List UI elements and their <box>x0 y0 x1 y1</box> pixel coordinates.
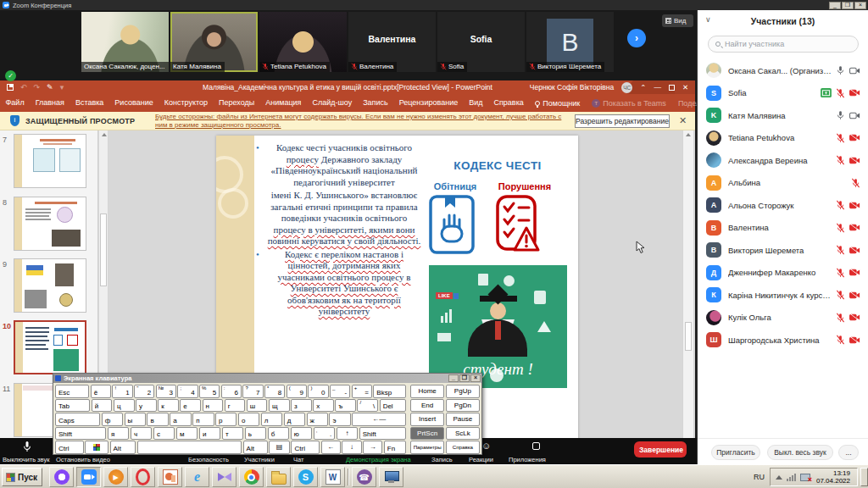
key-ч[interactable]: ч <box>131 427 152 441</box>
participant-row[interactable]: SSofia <box>698 82 868 105</box>
key-ScLk[interactable]: ScLk <box>446 427 480 441</box>
ribbon-tab-запись[interactable]: Запись <box>358 94 394 112</box>
key-Bksp[interactable]: Bksp <box>373 385 406 398</box>
osk-close-button[interactable]: × <box>470 374 481 382</box>
ppt-close-button[interactable]: ✕ <box>682 83 688 92</box>
participant-row[interactable]: ААльбина <box>698 172 868 195</box>
participant-row[interactable]: ВВалентина <box>698 217 868 240</box>
next-videos-button[interactable]: › <box>627 29 646 47</box>
taskbar-icon-skype[interactable]: S <box>293 467 318 487</box>
key-в[interactable]: в <box>147 413 168 426</box>
key-и[interactable]: и <box>199 427 220 441</box>
key-Shift[interactable]: Shift <box>55 427 106 441</box>
ppt-restore-button[interactable] <box>669 85 675 91</box>
ribbon-options-icon[interactable]: ⌃ <box>640 83 646 92</box>
taskbar-icon-zoom-app[interactable] <box>76 467 101 487</box>
ribbon-tab-вставка[interactable]: Вставка <box>70 94 108 112</box>
video-thumbnail[interactable]: Tetiana Petukhova <box>259 12 347 72</box>
minimize-button[interactable]: _ <box>829 2 841 9</box>
taskbar-icon-chrome[interactable] <box>239 467 264 487</box>
key-0[interactable]: )0 <box>308 385 328 398</box>
video-thumbnail[interactable]: ВалентинаВалентина <box>348 12 436 72</box>
osk-restore-button[interactable]: ❐ <box>459 374 470 382</box>
key-.[interactable]: ,. <box>314 427 335 441</box>
key-→[interactable]: → <box>363 441 382 454</box>
key-5[interactable]: %5 <box>199 385 220 398</box>
key-7[interactable]: ?7 <box>242 385 263 398</box>
undo-icon[interactable]: ↶ <box>20 83 27 92</box>
key-←—[interactable]: ←— <box>352 413 406 426</box>
key-ф[interactable]: ф <box>102 413 123 426</box>
taskbar-icon-media-player[interactable]: ▶ <box>103 467 128 487</box>
ribbon-tab-слайд-шоу[interactable]: Слайд-шоу <box>307 94 358 112</box>
key-т[interactable]: т <box>222 427 243 441</box>
ribbon-tab-главная[interactable]: Главная <box>30 94 70 112</box>
key-space[interactable] <box>137 441 242 454</box>
participant-row[interactable]: Tetiana Petukhova <box>698 127 868 150</box>
video-thumbnail[interactable]: Оксана Сакалюк, доцен... <box>81 12 169 72</box>
key-ь[interactable]: ь <box>245 427 266 441</box>
key-л[interactable]: л <box>261 413 282 426</box>
key-↑[interactable]: ↑ <box>337 427 358 441</box>
enable-editing-button[interactable]: Разрешить редактирование <box>575 114 670 128</box>
scroll-up-icon[interactable] <box>102 133 107 136</box>
key-э[interactable]: э <box>329 413 350 426</box>
ribbon-tab-рецензирование[interactable]: Рецензирование <box>393 94 464 112</box>
key-←[interactable]: ← <box>321 441 341 454</box>
key-о[interactable]: о <box>238 413 259 426</box>
key-й[interactable]: й <box>92 399 113 413</box>
draw-icon[interactable]: ✎ <box>47 83 53 92</box>
key-ж[interactable]: ж <box>307 413 328 426</box>
key-г[interactable]: г <box>225 399 246 413</box>
taskbar-icon-remote-desktop[interactable] <box>379 467 403 487</box>
toolbar-item-4[interactable]: Чат <box>293 456 303 463</box>
video-thumbnail[interactable]: Катя Малявина <box>170 12 258 72</box>
toolbar-item-7[interactable]: Реакции <box>469 456 493 463</box>
reactions-icon[interactable]: ☺ <box>481 441 491 451</box>
ribbon-tab-анимация[interactable]: Анимация <box>260 94 307 112</box>
search-input[interactable]: Найти участника <box>708 36 859 53</box>
key-п[interactable]: п <box>192 413 214 426</box>
participant-row[interactable]: ШШаргородська Христина <box>698 329 868 352</box>
close-button[interactable]: × <box>854 2 866 9</box>
key-▤[interactable]: ▤ <box>269 441 290 454</box>
more-button[interactable]: ... <box>838 445 859 460</box>
key-ы[interactable]: ы <box>125 413 146 426</box>
key-PrtScn[interactable]: PrtScn <box>410 427 444 441</box>
osk-minimize-button[interactable]: _ <box>448 374 459 382</box>
message-bar-close-icon[interactable]: ✕ <box>679 115 687 126</box>
key--[interactable]: _- <box>330 385 350 398</box>
toolbar-item-5[interactable]: Демонстрация экрана <box>346 456 411 463</box>
key-Ctrl[interactable]: Ctrl <box>291 441 320 454</box>
protected-view-message[interactable]: Будьте осторожны: файлы из Интернета мог… <box>155 113 569 130</box>
key-Del[interactable]: Del <box>380 399 406 413</box>
key-ъ[interactable]: ъ <box>335 399 356 413</box>
qat-dropdown-icon[interactable]: ▾ <box>60 83 64 92</box>
key-PgUp[interactable]: PgUp <box>446 385 480 398</box>
key-с[interactable]: с <box>153 427 175 441</box>
participant-row[interactable]: ДДженнифер Макаренко <box>698 262 868 285</box>
participant-row[interactable]: ВВиктория Шеремета <box>698 239 868 262</box>
key-е[interactable]: е <box>180 399 201 413</box>
key-Alt[interactable]: Alt <box>110 441 136 454</box>
taskbar-icon-word[interactable]: W <box>320 467 345 487</box>
key-щ[interactable]: щ <box>269 399 290 413</box>
key-у[interactable]: у <box>136 399 157 413</box>
key-2[interactable]: "2 <box>134 385 154 398</box>
key-Esc[interactable]: Esc <box>55 385 89 398</box>
key-х[interactable]: х <box>313 399 334 413</box>
key-End[interactable]: End <box>410 399 444 413</box>
taskbar-icon-internet-explorer[interactable]: e <box>185 467 209 487</box>
tray-clock[interactable]: 13:19 07.04.2022 <box>815 469 852 485</box>
show-in-teams-button[interactable]: TПоказать в Teams <box>586 99 672 108</box>
account-avatar[interactable]: ЧС <box>621 82 632 93</box>
redo-icon[interactable]: ↷ <box>34 83 41 92</box>
view-button[interactable]: Вид <box>662 14 693 27</box>
toolbar-item-6[interactable]: Запись <box>431 456 453 463</box>
slide-thumbnail-10[interactable] <box>14 320 86 374</box>
language-indicator[interactable]: RU <box>748 473 770 481</box>
taskbar-icon-kmplayer[interactable] <box>212 467 236 487</box>
key-Справка[interactable]: Справка <box>446 441 480 454</box>
key-Insert[interactable]: Insert <box>410 413 444 426</box>
ribbon-tab-вид[interactable]: Вид <box>464 94 488 112</box>
